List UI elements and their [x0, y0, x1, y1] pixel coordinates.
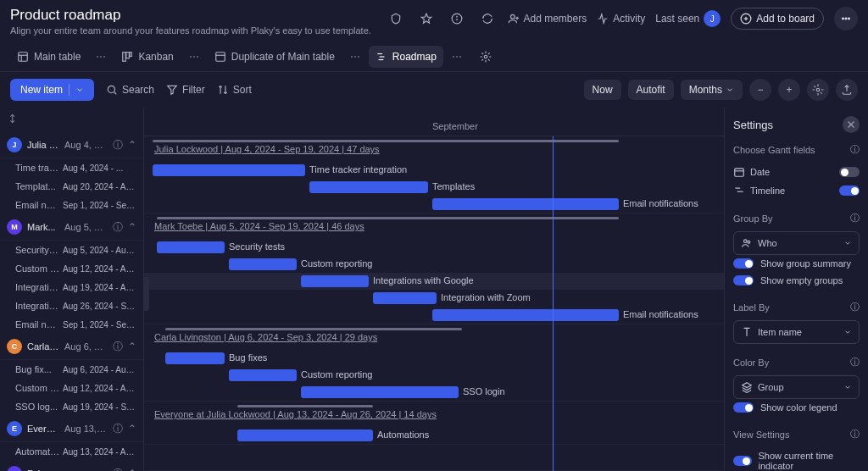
info-icon[interactable]: ⓘ — [113, 340, 123, 354]
chevron-up-icon[interactable]: ⌃ — [128, 341, 136, 352]
gear-icon[interactable] — [476, 47, 496, 67]
task-name[interactable]: Custom rep... — [15, 263, 59, 274]
task-name[interactable]: Bug fix... — [15, 364, 59, 374]
bar-label: SSO login — [463, 386, 505, 396]
task-name[interactable]: Security t... — [15, 245, 59, 255]
chevron-up-icon[interactable]: ⌃ — [128, 423, 136, 435]
new-item-button[interactable]: New item — [10, 79, 94, 101]
color-legend-toggle[interactable] — [733, 402, 754, 413]
task-name[interactable]: Automati... — [15, 446, 59, 457]
tab-more-icon[interactable]: ⋯ — [448, 51, 465, 63]
gantt-row: Email notifications — [144, 196, 724, 213]
info-icon[interactable]: ⓘ — [113, 467, 123, 472]
gantt-group-header — [144, 445, 724, 470]
gantt-bar[interactable] — [153, 164, 305, 176]
filter-button[interactable]: Filter — [166, 84, 205, 96]
info-icon[interactable]: ⓘ — [113, 138, 123, 152]
search-button[interactable]: Search — [106, 84, 154, 96]
color-by-select[interactable]: Group — [733, 375, 860, 399]
timeline-icon — [733, 185, 745, 197]
avatar[interactable]: C — [7, 339, 22, 354]
gantt-bar[interactable] — [237, 429, 373, 441]
task-name[interactable]: Email notific... — [15, 319, 59, 330]
tab-kanban[interactable]: Kanban — [114, 46, 180, 68]
bar-label: Custom reporting — [301, 369, 372, 380]
tab-more-icon[interactable]: ⋯ — [347, 51, 364, 63]
add-members-button[interactable]: Add members — [508, 13, 587, 25]
chevron-up-icon[interactable]: ⌃ — [128, 468, 136, 471]
chevron-up-icon[interactable]: ⌃ — [128, 221, 136, 233]
info-icon[interactable]: ⓘ — [113, 220, 123, 235]
tab-more-icon[interactable]: ⋯ — [92, 51, 109, 63]
gantt-bar[interactable] — [157, 241, 225, 253]
gantt-group-header: Mark Toebe | Aug 5, 2024 - Sep 19, 2024 … — [144, 213, 724, 239]
close-icon[interactable] — [843, 116, 860, 133]
months-select[interactable]: Months — [681, 80, 743, 100]
chevron-up-icon[interactable]: ⌃ — [128, 139, 136, 151]
gantt-bar[interactable] — [301, 275, 369, 287]
task-name[interactable]: Integration wit... — [15, 301, 59, 311]
tab-duplicate[interactable]: Duplicate of Main table — [208, 46, 342, 68]
task-date: Aug 12, 2024 - Aug ... — [63, 384, 136, 393]
avatar[interactable]: M — [7, 219, 22, 235]
gear-icon[interactable] — [807, 79, 829, 101]
task-name[interactable]: Time tracker in... — [15, 163, 59, 173]
collapse-panel-icon[interactable]: ‹ — [144, 277, 149, 311]
info-icon[interactable]: ⓘ — [850, 356, 860, 368]
tab-roadmap[interactable]: Roadmap — [369, 46, 443, 68]
bar-label: Integrations with Google — [373, 275, 474, 285]
svg-point-31 — [744, 240, 748, 243]
group-by-select[interactable]: Who — [733, 231, 860, 255]
task-name[interactable]: Integrations wi... — [15, 282, 59, 292]
gantt-bar[interactable] — [432, 309, 619, 321]
info-icon[interactable]: ⓘ — [850, 428, 860, 441]
timeline-toggle[interactable] — [839, 186, 860, 196]
time-indicator-toggle[interactable] — [733, 456, 752, 466]
gantt-bar[interactable] — [229, 369, 297, 381]
export-icon[interactable] — [836, 79, 858, 101]
group-summary-toggle[interactable] — [733, 258, 754, 269]
now-button[interactable]: Now — [584, 80, 621, 100]
info-icon[interactable] — [447, 8, 467, 29]
autofit-button[interactable]: Autofit — [628, 80, 674, 100]
group-date: Aug 4, 2024 - ... — [64, 140, 108, 150]
task-name[interactable]: Templat... — [15, 181, 59, 191]
task-name[interactable]: Email notific... — [15, 200, 59, 210]
info-icon[interactable]: ⓘ — [850, 143, 860, 156]
shield-icon[interactable] — [386, 8, 406, 29]
gantt-bar[interactable] — [432, 198, 619, 210]
svg-rect-15 — [130, 53, 131, 57]
expand-icon[interactable] — [0, 108, 143, 132]
zoom-in-icon[interactable]: + — [778, 79, 800, 101]
zoom-out-icon[interactable]: − — [749, 79, 771, 101]
section-label: Choose Gantt fields — [733, 145, 815, 155]
date-toggle[interactable] — [839, 167, 860, 177]
tab-more-icon[interactable]: ⋯ — [186, 51, 203, 63]
avatar[interactable]: J — [7, 137, 22, 152]
task-name[interactable]: Custom rep... — [15, 383, 59, 393]
info-icon[interactable]: ⓘ — [850, 301, 860, 313]
svg-point-22 — [108, 86, 114, 92]
gantt-bar[interactable] — [301, 386, 459, 398]
star-icon[interactable] — [416, 8, 437, 29]
avatar[interactable]: E — [7, 421, 22, 436]
task-name[interactable]: SSO log... — [15, 402, 59, 412]
tab-main-table[interactable]: Main table — [10, 46, 87, 68]
label-by-select[interactable]: Item name — [733, 320, 860, 344]
info-icon[interactable]: ⓘ — [850, 212, 860, 224]
more-icon[interactable] — [834, 7, 858, 30]
sort-button[interactable]: Sort — [217, 84, 252, 96]
gantt-bar[interactable] — [229, 258, 297, 270]
page-title: Product roadmap — [10, 7, 371, 24]
gantt-bar[interactable] — [373, 292, 437, 304]
avatar[interactable]: J — [704, 10, 721, 27]
add-to-board-button[interactable]: Add to board — [731, 8, 824, 30]
gantt-bar[interactable] — [165, 352, 225, 364]
info-icon[interactable]: ⓘ — [113, 422, 123, 436]
gantt-bar[interactable] — [309, 181, 428, 193]
avatar[interactable]: E — [7, 466, 22, 471]
section-label: Label By — [733, 302, 770, 313]
refresh-icon[interactable] — [477, 8, 498, 29]
empty-groups-toggle[interactable] — [733, 275, 754, 285]
activity-button[interactable]: Activity — [597, 13, 645, 25]
